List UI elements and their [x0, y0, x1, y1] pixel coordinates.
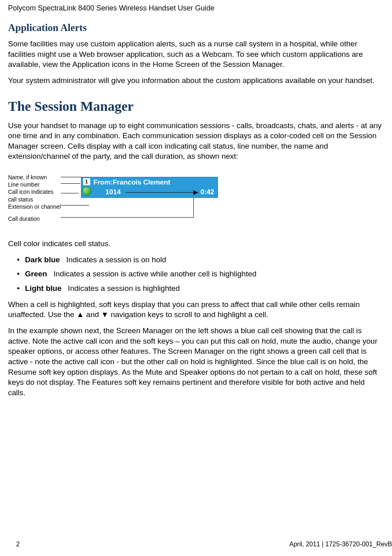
color-status-list: Dark blue Indicates a session is on hold… [8, 255, 384, 294]
callout-extension: Extension or channel [8, 203, 61, 210]
body-text: Cell color indicates cell status. [8, 239, 384, 249]
body-text: When a cell is highlighted, soft keys di… [8, 299, 384, 320]
running-header: Polycom SpectraLink 8400 Series Wireless… [8, 0, 384, 13]
callout-duration: Call duration [8, 215, 61, 222]
diagram-callout-labels: Name, if known Line number Call icon ind… [8, 174, 61, 222]
callout-name: Name, if known [8, 174, 61, 181]
body-text: Some facilities may use custom applicati… [8, 39, 384, 70]
heading-application-alerts: Application Alerts [8, 21, 384, 35]
call-status-icon [82, 187, 91, 195]
footer-date: April, 2011 | 1725-36720-001_RevB [289, 540, 392, 549]
list-item: Light blue Indicates a session is highli… [8, 283, 384, 294]
body-text: In the example shown next, the Screen Ma… [8, 326, 384, 398]
line-number-badge: 1 [83, 178, 90, 185]
arrow-icon [193, 190, 198, 195]
down-arrow-icon: ▼ [101, 310, 109, 319]
list-item: Dark blue Indicates a session is on hold [8, 255, 384, 265]
callout-call-icon-1: Call icon indicates [8, 188, 61, 195]
call-duration: 0:42 [201, 188, 214, 197]
body-text: Your system administrator will give you … [8, 75, 384, 86]
list-item: Green Indicates a session is active whil… [8, 269, 384, 279]
page-footer: 2 April, 2011 | 1725-36720-001_RevB [16, 540, 392, 549]
heading-session-manager: The Session Manager [8, 97, 384, 116]
page-number: 2 [16, 540, 20, 549]
extension-number: 1014 [106, 188, 121, 197]
up-arrow-icon: ▲ [77, 310, 84, 319]
callout-line-number: Line number [8, 181, 61, 188]
caller-name: From:Francois Clement [93, 178, 170, 187]
body-text: Use your handset to manage up to eight c… [8, 120, 384, 162]
callout-call-icon-2: call status [8, 196, 61, 203]
session-cell: 1 From:Francois Clement 1014 0:42 [81, 177, 218, 198]
session-cell-diagram: Name, if known Line number Call icon ind… [8, 174, 384, 222]
diagram-leader-lines [61, 174, 81, 222]
